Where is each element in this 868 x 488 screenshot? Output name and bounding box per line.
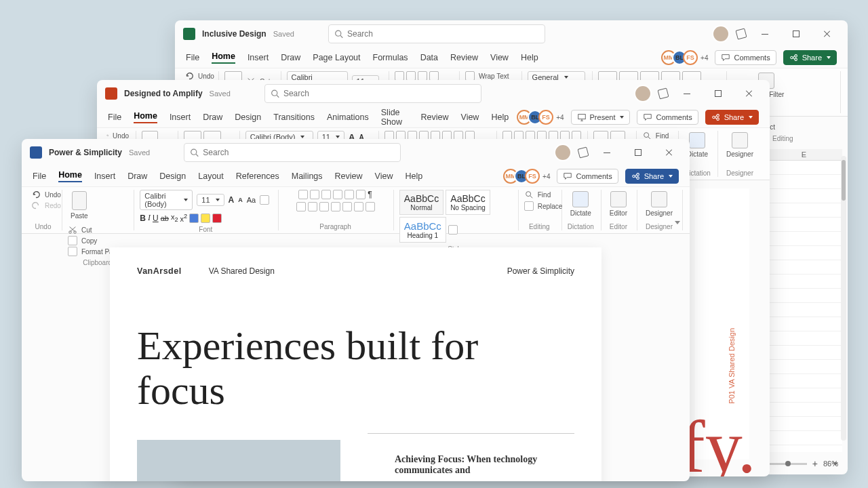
excel-search-input[interactable] xyxy=(347,29,539,39)
change-case-icon[interactable]: Aa xyxy=(247,196,256,204)
menu-review[interactable]: Review xyxy=(421,113,449,122)
highlight-icon[interactable] xyxy=(201,214,210,223)
find-button[interactable]: Find xyxy=(524,190,551,199)
menu-view[interactable]: View xyxy=(490,53,509,62)
menu-references[interactable]: References xyxy=(236,171,279,181)
style-heading1[interactable]: AaBbCcHeading 1 xyxy=(399,217,446,243)
comments-button[interactable]: Comments xyxy=(715,50,776,65)
maximize-button[interactable] xyxy=(784,22,808,46)
excel-grid[interactable]: E xyxy=(765,149,842,441)
presence-overflow[interactable]: +4 xyxy=(556,114,564,121)
excel-vscroll[interactable] xyxy=(841,156,846,441)
presence-avatar[interactable]: FS xyxy=(683,50,698,65)
font-size-combo[interactable]: 11 xyxy=(197,194,224,206)
presence-overflow[interactable]: +4 xyxy=(701,54,708,62)
shading-icon[interactable] xyxy=(354,202,363,211)
orientation-icon[interactable] xyxy=(429,71,439,81)
excel-search-box[interactable] xyxy=(328,24,545,43)
menu-data[interactable]: Data xyxy=(420,53,438,62)
menu-insert[interactable]: Insert xyxy=(248,53,269,62)
menu-review[interactable]: Review xyxy=(450,53,478,62)
justify-icon[interactable] xyxy=(331,202,340,211)
minimize-button[interactable] xyxy=(595,140,619,165)
word-search-input[interactable] xyxy=(203,148,395,157)
align-right-icon[interactable] xyxy=(319,202,329,211)
menu-draw[interactable]: Draw xyxy=(127,171,147,181)
word-search-box[interactable] xyxy=(184,143,401,162)
bullets-icon[interactable] xyxy=(298,190,308,199)
word-document-page[interactable]: VanArsdel VA Shared Design Power & Simpl… xyxy=(110,247,601,481)
style-normal[interactable]: AaBbCcNormal xyxy=(399,190,443,215)
copy-button[interactable]: Copy xyxy=(68,236,120,245)
present-button[interactable]: Present xyxy=(571,110,631,125)
presence-avatars[interactable]: MMBLFS+4 xyxy=(507,169,550,184)
align-middle-icon[interactable] xyxy=(406,71,416,81)
close-button[interactable] xyxy=(815,22,840,46)
collapse-ribbon-button[interactable] xyxy=(675,221,683,229)
user-avatar[interactable] xyxy=(634,85,652,102)
share-button[interactable]: Share xyxy=(783,50,837,65)
menu-formulas[interactable]: Formulas xyxy=(373,53,408,62)
presence-avatars[interactable]: MMBLFS+4 xyxy=(665,50,708,65)
strike-button[interactable]: ab xyxy=(161,214,169,222)
menu-layout[interactable]: Layout xyxy=(198,171,224,181)
font-color-icon[interactable] xyxy=(212,214,222,223)
ppt-search-box[interactable] xyxy=(264,84,481,103)
menu-insert[interactable]: Insert xyxy=(170,113,191,122)
designer-button[interactable]: Designer xyxy=(724,131,756,159)
multilevel-icon[interactable] xyxy=(321,190,331,199)
sort-icon[interactable] xyxy=(356,190,366,199)
menu-file[interactable]: File xyxy=(33,171,46,181)
designer-button[interactable]: Designer xyxy=(643,190,675,218)
presence-avatars[interactable]: MMBLFS+4 xyxy=(521,110,564,125)
paste-button[interactable]: Paste xyxy=(68,190,91,221)
column-header-E[interactable]: E xyxy=(766,149,842,161)
align-bottom-icon[interactable] xyxy=(418,71,427,81)
minimize-button[interactable] xyxy=(675,81,699,106)
superscript-button[interactable]: x2 xyxy=(180,213,188,223)
underline-button[interactable]: U xyxy=(153,214,159,223)
undo-button[interactable]: Undo xyxy=(31,190,61,199)
undo-button[interactable]: Undo xyxy=(184,71,214,81)
menu-file[interactable]: File xyxy=(186,53,199,62)
redo-button[interactable]: Redo xyxy=(31,201,61,210)
megaphone-icon[interactable] xyxy=(735,28,747,39)
menu-insert[interactable]: Insert xyxy=(94,171,115,181)
presence-overflow[interactable]: +4 xyxy=(542,173,550,180)
presence-avatar[interactable]: FS xyxy=(525,169,540,184)
presence-avatar[interactable]: FS xyxy=(538,110,553,125)
text-effects-icon[interactable] xyxy=(189,214,199,223)
decrease-indent-icon[interactable] xyxy=(333,190,342,199)
comments-button[interactable]: Comments xyxy=(557,169,618,184)
menu-home[interactable]: Home xyxy=(212,52,235,64)
minimize-button[interactable] xyxy=(753,22,777,46)
megaphone-icon[interactable] xyxy=(657,87,669,99)
dictate-button[interactable]: Dictate xyxy=(568,190,594,218)
menu-draw[interactable]: Draw xyxy=(203,113,222,122)
increase-indent-icon[interactable] xyxy=(344,190,354,199)
styles-more-icon[interactable] xyxy=(448,225,458,235)
shrink-font-icon[interactable]: A xyxy=(238,197,243,203)
menu-slide-show[interactable]: Slide Show xyxy=(381,108,409,127)
menu-file[interactable]: File xyxy=(108,113,121,122)
menu-draw[interactable]: Draw xyxy=(281,53,300,62)
line-spacing-icon[interactable] xyxy=(342,202,352,211)
numbering-icon[interactable] xyxy=(310,190,319,199)
comments-button[interactable]: Comments xyxy=(637,110,698,125)
megaphone-icon[interactable] xyxy=(577,146,589,158)
menu-help[interactable]: Help xyxy=(521,53,538,62)
menu-help[interactable]: Help xyxy=(491,113,509,122)
editor-button[interactable]: Editor xyxy=(607,190,630,218)
user-avatar[interactable] xyxy=(554,144,572,161)
grow-font-icon[interactable]: A xyxy=(229,195,235,205)
menu-design[interactable]: Design xyxy=(235,113,261,122)
font-name-combo[interactable]: Calibri (Body) xyxy=(140,190,193,210)
maximize-button[interactable] xyxy=(626,140,650,165)
borders-icon[interactable] xyxy=(366,202,375,211)
menu-animations[interactable]: Animations xyxy=(327,113,369,122)
cut-button[interactable]: Cut xyxy=(68,225,120,235)
maximize-button[interactable] xyxy=(706,81,730,106)
italic-button[interactable]: I xyxy=(148,213,151,223)
close-button[interactable] xyxy=(657,140,682,165)
user-avatar[interactable] xyxy=(712,25,730,43)
